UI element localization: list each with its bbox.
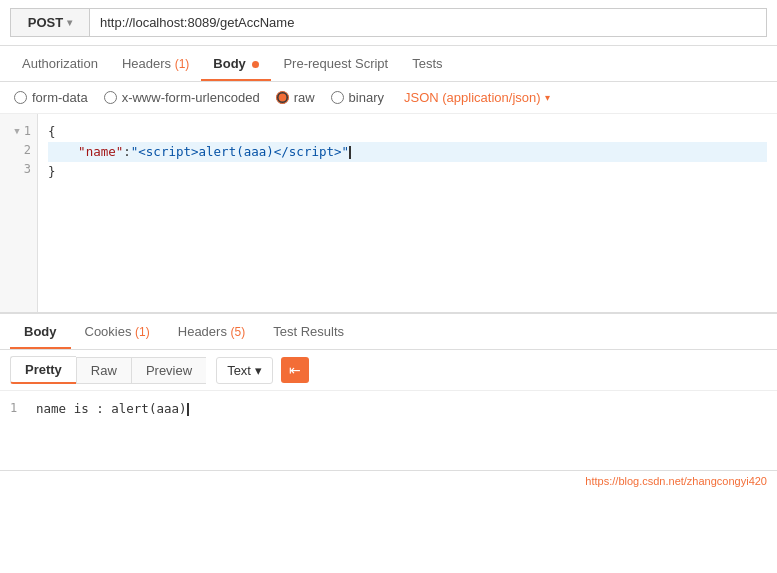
code-line-3: } bbox=[48, 162, 767, 182]
method-chevron: ▾ bbox=[67, 17, 72, 28]
json-type-select[interactable]: JSON (application/json) ▾ bbox=[404, 90, 550, 105]
view-pretty-button[interactable]: Pretty bbox=[10, 356, 76, 384]
line-num-2: 2 bbox=[6, 141, 31, 160]
url-input[interactable] bbox=[90, 8, 767, 37]
body-dot-indicator bbox=[252, 61, 259, 68]
line-num-3: 3 bbox=[6, 160, 31, 179]
response-tab-headers[interactable]: Headers (5) bbox=[164, 314, 259, 349]
response-tab-body[interactable]: Body bbox=[10, 314, 71, 349]
code-content[interactable]: { "name":"<script>alert(aaa)</script>" } bbox=[38, 114, 777, 312]
method-button[interactable]: POST ▾ bbox=[10, 8, 90, 37]
footer-watermark: https://blog.csdn.net/zhangcongyi420 bbox=[0, 471, 777, 491]
tab-body[interactable]: Body bbox=[201, 46, 271, 81]
code-line-1: { bbox=[48, 122, 767, 142]
response-content: 1 name is : alert(aaa) bbox=[0, 391, 777, 471]
response-line-1: 1 name is : alert(aaa) bbox=[10, 399, 767, 419]
view-preview-button[interactable]: Preview bbox=[131, 357, 206, 384]
collapse-arrow-1[interactable]: ▼ bbox=[14, 124, 19, 138]
url-bar: POST ▾ bbox=[0, 0, 777, 46]
response-section: Body Cookies (1) Headers (5) Test Result… bbox=[0, 314, 777, 491]
method-label: POST bbox=[28, 15, 63, 30]
tab-prerequest[interactable]: Pre-request Script bbox=[271, 46, 400, 81]
view-raw-button[interactable]: Raw bbox=[76, 357, 131, 384]
tab-headers[interactable]: Headers (1) bbox=[110, 46, 201, 81]
response-toolbar: Pretty Raw Preview Text ▾ ⇤ bbox=[0, 350, 777, 391]
radio-form-data[interactable]: form-data bbox=[14, 90, 88, 105]
radio-raw[interactable]: raw bbox=[276, 90, 315, 105]
text-select-chevron: ▾ bbox=[255, 363, 262, 378]
radio-x-www[interactable]: x-www-form-urlencoded bbox=[104, 90, 260, 105]
tab-tests[interactable]: Tests bbox=[400, 46, 454, 81]
response-cursor bbox=[187, 403, 189, 416]
line-numbers: ▼ 1 2 3 bbox=[0, 114, 38, 312]
tab-authorization[interactable]: Authorization bbox=[10, 46, 110, 81]
response-tabs: Body Cookies (1) Headers (5) Test Result… bbox=[0, 314, 777, 350]
wrap-button[interactable]: ⇤ bbox=[281, 357, 309, 383]
wrap-icon: ⇤ bbox=[289, 362, 301, 378]
line-num-1: ▼ 1 bbox=[6, 122, 31, 141]
json-select-chevron: ▾ bbox=[545, 92, 550, 103]
response-tab-testresults[interactable]: Test Results bbox=[259, 314, 358, 349]
request-editor: ▼ 1 2 3 { "name":"<script>alert(aaa)</sc… bbox=[0, 114, 777, 314]
request-tabs: Authorization Headers (1) Body Pre-reque… bbox=[0, 46, 777, 82]
text-format-select[interactable]: Text ▾ bbox=[216, 357, 273, 384]
code-line-2: "name":"<script>alert(aaa)</script>" bbox=[48, 142, 767, 162]
response-tab-cookies[interactable]: Cookies (1) bbox=[71, 314, 164, 349]
editor-cursor bbox=[349, 146, 351, 159]
radio-binary[interactable]: binary bbox=[331, 90, 384, 105]
body-type-bar: form-data x-www-form-urlencoded raw bina… bbox=[0, 82, 777, 114]
